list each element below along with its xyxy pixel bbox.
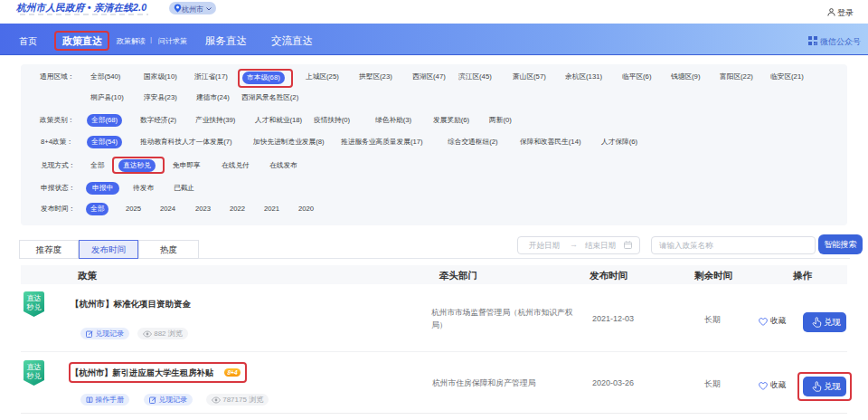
svg-text:直达: 直达	[27, 363, 42, 371]
svg-text:直达: 直达	[27, 294, 42, 302]
svg-text:秒兑: 秒兑	[26, 303, 42, 311]
svg-text:秒兑: 秒兑	[26, 372, 42, 380]
